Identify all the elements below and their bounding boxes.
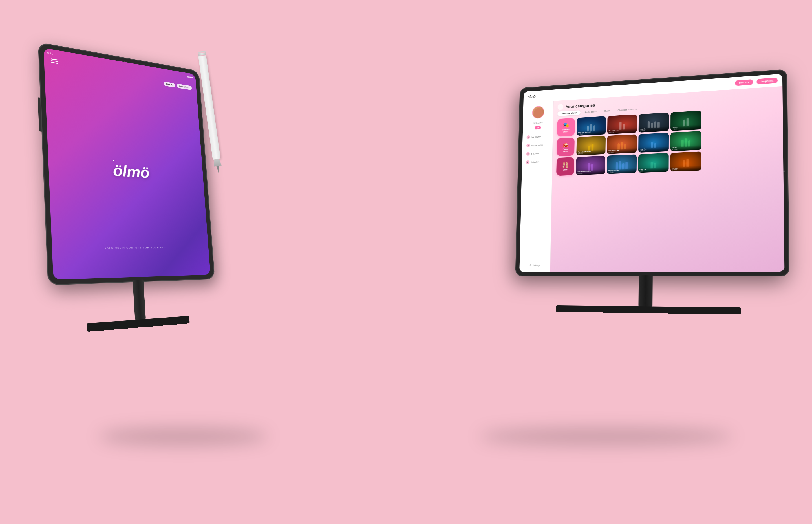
tab-audiobooks[interactable]: Audiobooks xyxy=(581,109,600,115)
avatar-face xyxy=(533,108,543,118)
card-overlay: The nu... ◷55min xyxy=(670,145,701,151)
settings-label: Settings xyxy=(533,264,540,266)
ballet-card-2[interactable]: The Swan Lake ◷70min xyxy=(607,154,636,174)
left-tablet-stand xyxy=(85,278,190,332)
favourites-label: My favourites xyxy=(531,144,543,146)
logo-text: ölmö xyxy=(113,161,150,181)
parent-button[interactable]: I'M PARENT xyxy=(177,84,192,90)
puppet-card-1[interactable]: The Little Mermade ◷40min xyxy=(576,136,606,155)
theatrical-card-3[interactable]: Peter Pan ◷60min xyxy=(639,113,669,133)
age-badge: 6+ xyxy=(534,126,541,129)
wifi-icon xyxy=(189,77,191,78)
status-icons xyxy=(187,76,193,78)
left-shadow xyxy=(99,428,268,445)
favourites-icon: ♥ xyxy=(526,144,530,147)
puppet-card-4[interactable]: The nu... ◷55min xyxy=(670,131,701,151)
card-overlay: Peter Pan ◷50min xyxy=(638,146,669,152)
duration-label: 5-30 min xyxy=(531,152,538,155)
duration-icon: ◷ xyxy=(526,152,530,156)
settings-icon: ⚙ xyxy=(530,264,531,266)
left-tablet-body: 9:41 I'M KID I'M PARENT ölmö xyxy=(38,42,215,285)
tagline: SAFE MEDIA CONTENT FOR YOUR KID xyxy=(52,246,208,250)
puppet-shows-category[interactable]: 🎪 Puppetshows xyxy=(557,137,575,156)
parent-button[interactable]: I'm parent xyxy=(757,78,778,85)
battery-icon xyxy=(192,77,193,78)
ballet-category[interactable]: 🩰 Ballet xyxy=(556,157,574,176)
hamburger-menu[interactable] xyxy=(51,59,58,64)
playlists-icon: ♪ xyxy=(527,135,530,139)
menu-line-1 xyxy=(51,59,57,60)
right-tablet-body: ölmö I'm Lara I'm parent Hello, Alice! 6… xyxy=(515,69,790,276)
card-overlay: The nu... ◷45min xyxy=(670,166,701,172)
theatrical-label: Theatricalshows xyxy=(562,129,570,133)
right-tablet-stand xyxy=(551,274,747,315)
app-logo: ölmö xyxy=(528,95,535,99)
signal-icon xyxy=(187,76,188,78)
ballet-label: Ballet xyxy=(563,169,567,171)
puppet-card-2[interactable]: The Swan Lake ◷75min xyxy=(607,134,637,154)
nav-favourites[interactable]: ♥ My favourites xyxy=(525,141,551,149)
lara-button[interactable]: I'm Lara xyxy=(735,79,753,86)
theatrical-card-2[interactable]: The Swan Lake ◷70min xyxy=(607,114,637,134)
categories-list: 🎭 Theatricalshows xyxy=(550,106,784,269)
card-overlay: The Little Mermade ◷40min xyxy=(576,169,605,175)
ballet-icon: 🩰 xyxy=(562,162,568,169)
card-overlay: The Swan Lake ◷70min xyxy=(607,168,636,174)
kid-button[interactable]: I'M KID xyxy=(164,82,175,87)
nav-duration[interactable]: ◷ 5-30 min xyxy=(524,150,550,157)
card-overlay: Peter Pan ◷60min xyxy=(638,167,668,173)
user-avatar xyxy=(532,106,544,119)
page-title: Your categories xyxy=(566,103,595,109)
autoplay-label: Autoplay xyxy=(531,161,538,163)
right-tablet: ölmö I'm Lara I'm parent Hello, Alice! 6… xyxy=(515,69,790,276)
left-tablet-logo: ölmö xyxy=(113,161,150,181)
right-tablet-camera xyxy=(783,170,785,172)
logo-text: ölmö xyxy=(528,95,535,99)
settings-nav[interactable]: ⚙ Settings xyxy=(528,263,542,268)
nav-autoplay[interactable]: ▶ Autoplay xyxy=(524,158,550,166)
menu-line-2 xyxy=(51,60,58,62)
tab-music[interactable]: Music xyxy=(601,108,613,114)
puppet-card-3[interactable]: Peter Pan ◷50min xyxy=(638,133,669,152)
stand-leg xyxy=(133,279,146,320)
app-sidebar: Hello, Alice! 6+ ♪ My playlists ♥ My fav… xyxy=(519,101,554,272)
puppet-label: Puppetshows xyxy=(563,148,568,152)
status-time: 9:41 xyxy=(47,52,53,55)
card-overlay: The Swan Lake ◷75min xyxy=(607,148,636,154)
pencil-tip xyxy=(213,159,221,167)
playlists-label: My playlists xyxy=(531,135,541,138)
ballet-card-4[interactable]: The nu... ◷45min xyxy=(670,151,701,171)
right-tablet-screen: ölmö I'm Lara I'm parent Hello, Alice! 6… xyxy=(519,74,784,272)
left-tablet: 9:41 I'M KID I'M PARENT ölmö xyxy=(38,42,215,285)
menu-line-3 xyxy=(51,62,58,64)
autoplay-icon: ▶ xyxy=(526,160,530,164)
card-overlay: The Little Mermade ◷40min xyxy=(576,149,605,155)
theatrical-card-1[interactable]: The Little Mermade ◷40min xyxy=(577,116,606,136)
theatrical-card-4[interactable]: The nu... ◷50min xyxy=(670,111,701,131)
ballet-card-1[interactable]: The Little Mermade ◷40min xyxy=(576,156,605,175)
rt-stand-leg xyxy=(638,275,652,307)
theatrical-shows-category[interactable]: 🎭 Theatricalshows xyxy=(557,118,575,137)
greeting-text: Hello, Alice! xyxy=(533,121,543,124)
right-shadow xyxy=(479,428,733,445)
back-button[interactable]: ← xyxy=(558,104,563,110)
puppet-icon: 🎪 xyxy=(562,141,569,148)
left-tablet-screen: 9:41 I'M KID I'M PARENT ölmö xyxy=(44,48,210,280)
top-buttons: I'M KID I'M PARENT xyxy=(164,82,192,90)
theatrical-icon: 🎭 xyxy=(563,122,569,129)
main-content: ← Your categories Theatrical shows Audio… xyxy=(550,86,785,272)
nav-playlists[interactable]: ♪ My playlists xyxy=(525,133,551,141)
ballet-card-3[interactable]: Peter Pan ◷60min xyxy=(638,153,668,173)
